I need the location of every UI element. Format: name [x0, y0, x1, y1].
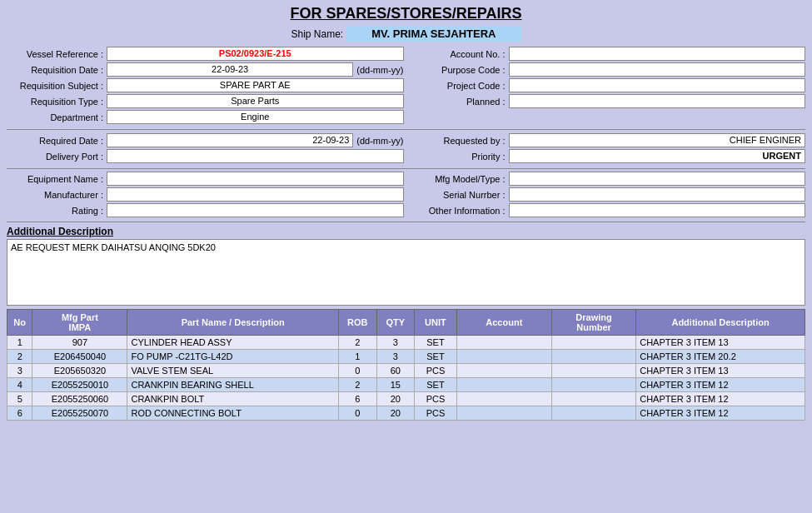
department-row: Department : Engine	[7, 110, 404, 124]
parts-table: No Mfg PartIMPA Part Name / Description …	[7, 309, 805, 421]
th-mfg-part: Mfg PartIMPA	[32, 310, 127, 336]
form-right: Account No. : Purpose Code : Project Cod…	[409, 47, 806, 126]
rating-input[interactable]	[107, 203, 404, 217]
planned-input[interactable]	[509, 94, 806, 108]
cell-drawing	[551, 378, 635, 392]
cell-drawing	[551, 350, 635, 364]
table-row: 4E2055250010CRANKPIN BEARING SHELL215SET…	[7, 378, 805, 392]
equip-name-label: Equipment Name :	[7, 174, 107, 184]
cell-rob: 2	[338, 336, 376, 350]
purpose-code-row: Purpose Code :	[409, 62, 806, 77]
required-date-row: Required Date : 22-09-23 (dd-mm-yy)	[7, 133, 404, 147]
delivery-port-input[interactable]	[107, 149, 404, 163]
cell-account	[456, 392, 551, 406]
cell-account	[456, 378, 551, 392]
cell-qty: 3	[376, 350, 415, 364]
req-date-input[interactable]: 22-09-23	[107, 62, 353, 77]
cell-qty: 3	[376, 336, 415, 350]
req-type-input[interactable]: Spare Parts	[107, 94, 404, 108]
th-drawing-label: DrawingNumber	[575, 312, 611, 332]
cell-add_desc: CHAPTER 3 ITEM 13	[636, 364, 805, 378]
mfg-model-input[interactable]	[509, 172, 806, 186]
cell-mfg_part: E206450040	[32, 350, 127, 364]
table-row: 3E205650320VALVE STEM SEAL060PCSCHAPTER …	[7, 364, 805, 378]
mfg-model-label: Mfg Model/Type :	[409, 174, 509, 184]
cell-mfg_part: E205650320	[32, 364, 127, 378]
page: FOR SPARES/STORES/REPAIRS Ship Name: MV.…	[0, 0, 812, 426]
equipment-grid: Equipment Name : Manufacturer : Rating :…	[7, 172, 805, 219]
priority-row: Priority : URGENT	[409, 149, 806, 163]
cell-no: 2	[7, 350, 32, 364]
department-label: Department :	[7, 112, 107, 122]
priority-label: Priority :	[409, 152, 509, 162]
project-code-label: Project Code :	[409, 81, 509, 91]
serial-input[interactable]	[509, 187, 806, 202]
cell-part_name: ROD CONNECTING BOLT	[127, 406, 338, 421]
table-row: 5E2055250060CRANKPIN BOLT620PCSCHAPTER 3…	[7, 392, 805, 406]
account-no-input[interactable]	[509, 47, 806, 61]
equip-name-input[interactable]	[107, 172, 404, 186]
cell-mfg_part: 907	[32, 336, 127, 350]
vessel-ref-row: Vessel Reference : PS02/0923/E-215	[7, 47, 404, 61]
requested-by-input[interactable]: CHIEF ENGINER	[509, 133, 806, 147]
th-mfg-part-label: Mfg PartIMPA	[62, 312, 98, 332]
manufacturer-label: Manufacturer :	[7, 190, 107, 200]
other-info-row: Other Information :	[409, 203, 806, 217]
delivery-port-label: Delivery Port :	[7, 152, 107, 162]
department-input[interactable]: Engine	[107, 110, 404, 124]
vessel-ref-label: Vessel Reference :	[7, 49, 107, 59]
required-date-input[interactable]: 22-09-23	[107, 133, 353, 147]
cell-drawing	[551, 364, 635, 378]
req-subject-input[interactable]: SPARE PART AE	[107, 78, 404, 92]
ship-name-label: Ship Name:	[291, 28, 344, 40]
delivery-port-row: Delivery Port :	[7, 149, 404, 163]
vessel-ref-input[interactable]: PS02/0923/E-215	[107, 47, 404, 61]
equip-name-row: Equipment Name :	[7, 172, 404, 186]
cell-qty: 60	[376, 364, 415, 378]
separator-1	[7, 129, 805, 130]
th-rob: ROB	[338, 310, 376, 336]
req-date-row: Requisition Date : 22-09-23 (dd-mm-yy)	[7, 62, 404, 77]
serial-label: Serial Nurrber :	[409, 190, 509, 200]
additional-desc-section: Additional Description AE REQUEST MERK D…	[7, 226, 805, 306]
cell-drawing	[551, 392, 635, 406]
manufacturer-input[interactable]	[107, 187, 404, 202]
cell-unit: SET	[415, 378, 457, 392]
cell-mfg_part: E2055250070	[32, 406, 127, 421]
account-no-row: Account No. :	[409, 47, 806, 61]
purpose-code-input[interactable]	[509, 62, 806, 77]
cell-unit: PCS	[415, 392, 457, 406]
cell-add_desc: CHAPTER 3 ITEM 20.2	[636, 350, 805, 364]
cell-account	[456, 350, 551, 364]
cell-no: 5	[7, 392, 32, 406]
cell-unit: PCS	[415, 364, 457, 378]
req-subject-label: Requisition Subject :	[7, 81, 107, 91]
th-add-desc: Additional Description	[636, 310, 805, 336]
th-no: No	[7, 310, 32, 336]
cell-rob: 1	[338, 350, 376, 364]
equipment-section: Equipment Name : Manufacturer : Rating :…	[7, 168, 805, 222]
th-drawing: DrawingNumber	[551, 310, 635, 336]
cell-mfg_part: E2055250010	[32, 378, 127, 392]
purpose-code-label: Purpose Code :	[409, 65, 509, 75]
cell-no: 1	[7, 336, 32, 350]
cell-account	[456, 336, 551, 350]
other-info-input[interactable]	[509, 203, 806, 217]
additional-desc-content: AE REQUEST MERK DAIHATSU ANQING 5DK20	[11, 242, 216, 252]
cell-qty: 20	[376, 392, 415, 406]
priority-input[interactable]: URGENT	[509, 149, 806, 163]
main-form: Vessel Reference : PS02/0923/E-215 Requi…	[7, 47, 805, 126]
equip-left: Equipment Name : Manufacturer : Rating :	[7, 172, 404, 219]
additional-desc-box[interactable]: AE REQUEST MERK DAIHATSU ANQING 5DK20	[7, 239, 805, 306]
cell-unit: PCS	[415, 406, 457, 421]
manufacturer-row: Manufacturer :	[7, 187, 404, 202]
cell-part_name: FO PUMP -C21TG-L42D	[127, 350, 338, 364]
project-code-input[interactable]	[509, 78, 806, 92]
cell-add_desc: CHAPTER 3 ITEM 12	[636, 406, 805, 421]
cell-no: 4	[7, 378, 32, 392]
cell-add_desc: CHAPTER 3 ITEM 12	[636, 378, 805, 392]
table-row: 1907CYLINDER HEAD ASSY23SETCHAPTER 3 ITE…	[7, 336, 805, 350]
cell-part_name: CRANKPIN BEARING SHELL	[127, 378, 338, 392]
serial-row: Serial Nurrber :	[409, 187, 806, 202]
required-date-section: Required Date : 22-09-23 (dd-mm-yy) Deli…	[7, 133, 805, 165]
